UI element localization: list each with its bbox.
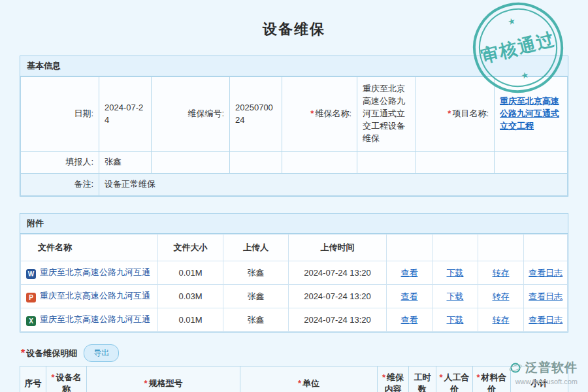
project-name-cell: 重庆至北京高速公路九河互通式立交工程 xyxy=(495,77,568,152)
reporter-label: 填报人: xyxy=(21,152,99,174)
attachment-row: 重庆至北京高速公路九河互通 0.01M 张鑫 2024-07-24 13:20 … xyxy=(21,308,568,332)
view-link[interactable]: 查看 xyxy=(401,268,418,278)
spec-model-header-text: 规格型号 xyxy=(149,378,183,388)
view-link[interactable]: 查看 xyxy=(401,315,418,325)
project-name-label: *项目名称: xyxy=(416,77,495,152)
basic-info-row-1: 日期: 2024-07-24 维保编号: 2025070024 *维保名称: 重… xyxy=(21,77,568,152)
details-table: 序号 *设备名称 *规格型号 *单位 *维保内容 工时数 *人工合价 *材料合价… xyxy=(20,366,568,392)
download-link[interactable]: 下载 xyxy=(447,291,464,301)
seq-header: 序号 xyxy=(20,367,46,392)
upload-time: 2024-07-24 13:20 xyxy=(289,261,387,285)
empty-cell xyxy=(416,152,495,174)
attachment-row: 重庆至北京高速公路九河互通 0.01M 张鑫 2024-07-24 13:20 … xyxy=(21,261,568,285)
empty-header xyxy=(433,235,478,261)
ppt-file-icon xyxy=(26,293,36,302)
maintenance-content-header: *维保内容 xyxy=(378,367,409,392)
attachment-row: 重庆至北京高速公路九河互通 0.03M 张鑫 2024-07-24 13:20 … xyxy=(21,285,568,308)
transfer-cell: 转存 xyxy=(478,261,524,285)
attachments-table: 文件名称 文件大小 上传人 上传时间 重庆至北京高速公路九河互通 0.01M 张… xyxy=(20,234,568,332)
transfer-link[interactable]: 转存 xyxy=(493,268,510,278)
date-value: 2024-07-24 xyxy=(99,77,152,152)
empty-header xyxy=(524,235,568,261)
project-name-label-text: 项目名称: xyxy=(452,108,489,118)
download-cell: 下载 xyxy=(433,285,478,308)
view-log-link[interactable]: 查看日志 xyxy=(529,268,563,278)
view-log-cell: 查看日志 xyxy=(524,261,568,285)
download-cell: 下载 xyxy=(433,261,478,285)
material-total-header-text: 材料合价 xyxy=(482,372,507,392)
spec-model-header: *规格型号 xyxy=(87,367,240,392)
maintenance-name-value: 重庆至北京高速公路九河互通式立交工程设备维保 xyxy=(357,77,416,152)
details-titlebar: * 设备维保明细 导出 xyxy=(20,343,568,366)
file-name-header: 文件名称 xyxy=(21,235,158,261)
view-link[interactable]: 查看 xyxy=(401,291,418,301)
remark-label: 备注: xyxy=(21,174,99,196)
vendor-brand-row: 泛普软件 xyxy=(509,359,578,376)
details-section: * 设备维保明细 导出 序号 *设备名称 *规格型号 *单位 *维保内容 工时数… xyxy=(20,343,568,392)
unit-header: *单位 xyxy=(240,367,378,392)
empty-cell xyxy=(495,152,568,174)
empty-cell xyxy=(357,152,416,174)
export-button[interactable]: 导出 xyxy=(84,344,119,362)
file-size: 0.03M xyxy=(158,285,223,308)
view-cell: 查看 xyxy=(387,285,433,308)
file-name: 重庆至北京高速公路九河互通 xyxy=(40,267,150,277)
maintenance-content-header-text: 维保内容 xyxy=(385,372,404,392)
empty-cell xyxy=(230,152,282,174)
view-log-link[interactable]: 查看日志 xyxy=(529,291,563,301)
maintenance-name-label-text: 维保名称: xyxy=(315,108,351,118)
maintenance-no-label: 维保编号: xyxy=(152,77,230,152)
basic-info-section: 基本信息 日期: 2024-07-24 维保编号: 2025070024 *维保… xyxy=(20,56,568,197)
upload-time: 2024-07-24 13:20 xyxy=(289,285,387,308)
view-log-link[interactable]: 查看日志 xyxy=(529,315,563,325)
file-name: 重庆至北京高速公路九河互通 xyxy=(40,314,150,324)
transfer-cell: 转存 xyxy=(478,285,524,308)
remark-value: 设备正常维保 xyxy=(99,174,568,196)
required-marker: * xyxy=(476,372,480,382)
file-size: 0.01M xyxy=(158,261,223,285)
details-header-row: 序号 *设备名称 *规格型号 *单位 *维保内容 工时数 *人工合价 *材料合价… xyxy=(20,367,568,392)
vendor-brand: 泛普软件 xyxy=(525,359,578,376)
maintenance-name-label: *维保名称: xyxy=(282,77,357,152)
download-link[interactable]: 下载 xyxy=(447,315,464,325)
required-marker: * xyxy=(21,348,25,359)
file-size-header: 文件大小 xyxy=(158,235,223,261)
excel-file-icon xyxy=(26,316,36,326)
required-marker: * xyxy=(310,108,314,118)
fanpu-logo-icon xyxy=(509,361,522,374)
uploader: 张鑫 xyxy=(223,308,289,332)
uploader-header: 上传人 xyxy=(223,235,289,261)
upload-time-header: 上传时间 xyxy=(289,235,387,261)
vendor-url: www.fanpusoft.com xyxy=(509,378,578,385)
empty-header xyxy=(478,235,524,261)
view-cell: 查看 xyxy=(387,261,433,285)
project-name-link[interactable]: 重庆至北京高速公路九河互通式立交工程 xyxy=(500,96,559,131)
vendor-watermark: 泛普软件 www.fanpusoft.com xyxy=(509,359,578,385)
date-label: 日期: xyxy=(21,77,99,152)
attachments-header-row: 文件名称 文件大小 上传人 上传时间 xyxy=(21,235,568,261)
labor-total-header-text: 人工合价 xyxy=(444,372,470,392)
basic-info-section-header: 基本信息 xyxy=(20,56,568,76)
work-hours-header: 工时数 xyxy=(409,367,436,392)
transfer-link[interactable]: 转存 xyxy=(493,291,510,301)
view-log-cell: 查看日志 xyxy=(524,285,568,308)
transfer-link[interactable]: 转存 xyxy=(493,315,510,325)
file-name-cell: 重庆至北京高速公路九河互通 xyxy=(21,285,158,308)
material-total-header: *材料合价 xyxy=(473,367,511,392)
details-section-title: 设备维保明细 xyxy=(26,348,77,359)
transfer-cell: 转存 xyxy=(478,308,524,332)
download-link[interactable]: 下载 xyxy=(447,268,464,278)
maintenance-no-value: 2025070024 xyxy=(230,77,282,152)
required-marker: * xyxy=(448,108,451,118)
word-file-icon xyxy=(26,269,36,279)
reporter-value: 张鑫 xyxy=(99,152,152,174)
basic-info-remark-row: 备注: 设备正常维保 xyxy=(21,174,568,196)
required-marker: * xyxy=(439,372,442,382)
required-marker: * xyxy=(298,378,301,388)
required-marker: * xyxy=(382,372,385,382)
page-title: 设备维保 xyxy=(0,0,588,39)
upload-time: 2024-07-24 13:20 xyxy=(289,308,387,332)
required-marker: * xyxy=(51,372,54,382)
empty-header xyxy=(387,235,433,261)
page: 设备维保 基本信息 日期: 2024-07-24 维保编号: 202507002… xyxy=(0,0,588,392)
